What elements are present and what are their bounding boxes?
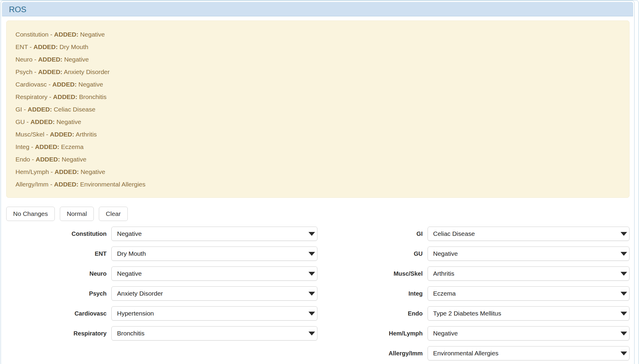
hem-lymph-select[interactable]: Negative <box>428 326 630 341</box>
ros-field-label: GI <box>318 230 428 237</box>
form-row: GU Negative <box>318 247 630 261</box>
ros-form: Constitution Negative ENT Dry Mouth Neur… <box>6 227 629 364</box>
chevron-down-icon <box>308 232 315 236</box>
select-value: Environmental Allergies <box>433 350 498 357</box>
ros-summary-line: ENT - ADDED: Dry Mouth <box>15 41 620 53</box>
ros-field-label: Endo <box>318 310 428 317</box>
summary-status: ADDED: <box>36 156 60 163</box>
clear-button[interactable]: Clear <box>99 207 127 221</box>
summary-system-name: Respiratory <box>15 93 47 100</box>
form-row: ENT Dry Mouth <box>6 247 318 261</box>
toolbar: No Changes Normal Clear <box>6 207 629 221</box>
select-value: Negative <box>117 230 142 237</box>
summary-system-name: Integ <box>15 143 29 150</box>
ros-panel: ROS Constitution - ADDED: Negative ENT -… <box>1 1 635 364</box>
summary-system-name: Musc/Skel <box>15 131 44 138</box>
summary-status: ADDED: <box>28 106 52 113</box>
summary-value: Negative <box>62 156 86 163</box>
neuro-select[interactable]: Negative <box>111 266 317 281</box>
chevron-down-icon <box>621 292 627 296</box>
form-row: Neuro Negative <box>6 266 318 281</box>
summary-value: Negative <box>57 118 81 125</box>
summary-status: ADDED: <box>33 43 58 50</box>
form-row: Musc/Skel Arthritis <box>318 266 630 281</box>
musc-skel-select[interactable]: Arthritis <box>428 266 630 281</box>
select-value: Anxiety Disorder <box>117 290 163 297</box>
form-row: Integ Eczema <box>318 286 630 301</box>
summary-separator: - <box>49 81 51 88</box>
form-row: Allergy/Imm Environmental Allergies <box>318 346 630 360</box>
summary-status: ADDED: <box>52 81 77 88</box>
select-value: Bronchitis <box>117 330 144 337</box>
summary-value: Anxiety Disorder <box>64 68 110 75</box>
summary-separator: - <box>29 43 32 50</box>
chevron-down-icon <box>308 272 315 276</box>
summary-system-name: Constitution <box>15 31 49 38</box>
summary-separator: - <box>34 68 36 75</box>
chevron-down-icon <box>621 352 627 355</box>
chevron-down-icon <box>621 232 627 236</box>
summary-separator: - <box>32 156 34 163</box>
summary-value: Dry Mouth <box>60 43 88 50</box>
chevron-down-icon <box>621 312 627 316</box>
gu-select[interactable]: Negative <box>428 247 630 261</box>
ros-summary-alert: Constitution - ADDED: Negative ENT - ADD… <box>6 21 629 198</box>
cardiovasc-select[interactable]: Hypertension <box>111 306 317 321</box>
ent-select[interactable]: Dry Mouth <box>111 247 317 261</box>
endo-select[interactable]: Type 2 Diabetes Mellitus <box>428 306 630 321</box>
summary-separator: - <box>49 93 51 100</box>
psych-select[interactable]: Anxiety Disorder <box>111 286 317 301</box>
ros-summary-line: Cardiovasc - ADDED: Negative <box>15 78 620 91</box>
summary-separator: - <box>46 131 48 138</box>
panel-body: Constitution - ADDED: Negative ENT - ADD… <box>1 16 634 364</box>
select-value: Negative <box>433 330 458 337</box>
summary-system-name: GI <box>15 106 22 113</box>
summary-separator: - <box>51 168 53 175</box>
summary-value: Celiac Disease <box>54 106 95 113</box>
form-row: Cardiovasc Hypertension <box>6 306 318 321</box>
select-value: Hypertension <box>117 310 154 317</box>
summary-separator: - <box>27 118 29 125</box>
ros-field-label: Allergy/Imm <box>318 350 428 357</box>
constitution-select[interactable]: Negative <box>111 227 317 241</box>
ros-summary-line: Neuro - ADDED: Negative <box>15 53 620 66</box>
chevron-down-icon <box>308 332 315 335</box>
chevron-down-icon <box>621 272 627 276</box>
ros-summary-line: GU - ADDED: Negative <box>15 116 620 128</box>
summary-separator: - <box>50 181 52 188</box>
normal-button[interactable]: Normal <box>60 207 94 221</box>
ros-summary-line: Integ - ADDED: Eczema <box>15 141 620 153</box>
summary-status: ADDED: <box>53 93 77 100</box>
summary-status: ADDED: <box>50 131 74 138</box>
summary-system-name: ENT <box>15 43 28 50</box>
no-changes-button[interactable]: No Changes <box>6 207 55 221</box>
ros-summary-line: Respiratory - ADDED: Bronchitis <box>15 91 620 103</box>
summary-status: ADDED: <box>38 68 63 75</box>
form-row: Endo Type 2 Diabetes Mellitus <box>318 306 630 321</box>
summary-system-name: Psych <box>15 68 32 75</box>
summary-system-name: Hem/Lymph <box>15 168 49 175</box>
form-row: GI Celiac Disease <box>318 227 630 241</box>
summary-system-name: Allergy/Imm <box>15 181 49 188</box>
ros-summary-line: Constitution - ADDED: Negative <box>15 28 620 41</box>
select-value: Negative <box>433 250 458 257</box>
ros-field-label: Cardiovasc <box>6 310 111 317</box>
summary-system-name: Cardiovasc <box>15 81 47 88</box>
ros-summary-line: Allergy/Imm - ADDED: Environmental Aller… <box>15 178 620 191</box>
ros-field-label: GU <box>318 250 428 257</box>
panel-header: ROS <box>2 2 633 16</box>
chevron-down-icon <box>621 332 627 335</box>
ros-field-label: Musc/Skel <box>318 270 428 277</box>
ros-summary-line: Endo - ADDED: Negative <box>15 153 620 166</box>
respiratory-select[interactable]: Bronchitis <box>111 326 317 341</box>
ros-field-label: Neuro <box>6 270 111 277</box>
panel-title: ROS <box>9 5 27 14</box>
summary-system-name: Neuro <box>15 56 32 63</box>
summary-system-name: GU <box>15 118 25 125</box>
integ-select[interactable]: Eczema <box>428 286 630 301</box>
ros-summary-line: Musc/Skel - ADDED: Arthritis <box>15 128 620 141</box>
gi-select[interactable]: Celiac Disease <box>428 227 630 241</box>
summary-value: Negative <box>80 31 105 38</box>
allergy-imm-select[interactable]: Environmental Allergies <box>428 346 630 360</box>
summary-value: Arthritis <box>76 131 97 138</box>
